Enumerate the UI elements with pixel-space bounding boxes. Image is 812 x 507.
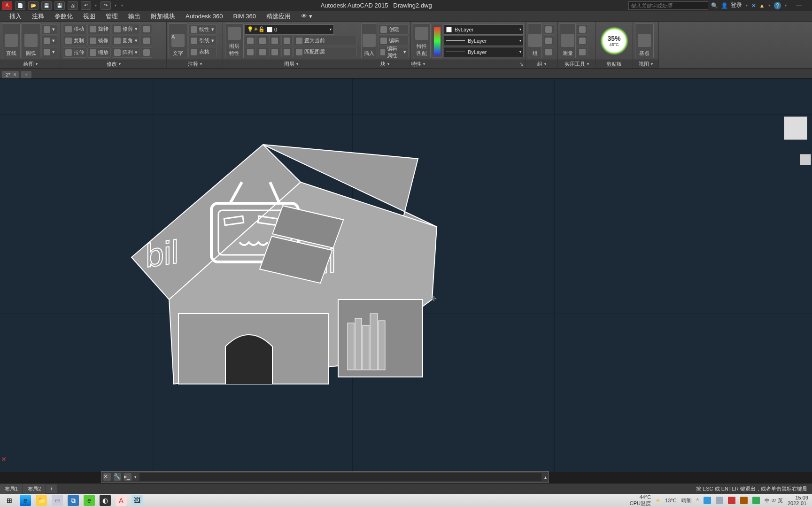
layer-on-button[interactable] [269, 47, 280, 57]
search-icon[interactable]: 🔍 [711, 2, 718, 9]
layer-off-button[interactable] [269, 36, 280, 46]
performance-dial[interactable]: 35% 45°C [600, 27, 628, 55]
stretch-button[interactable]: 拉伸 [63, 47, 86, 58]
doc-tab[interactable]: 2*✕ [2, 71, 19, 78]
measure-button[interactable]: 测量 [560, 23, 576, 58]
store-icon[interactable]: ⧉ [68, 495, 79, 506]
tab-manage[interactable]: 管理 [101, 11, 123, 22]
panel-title-clip[interactable]: 剪贴板 [595, 60, 633, 68]
command-input[interactable] [139, 473, 541, 481]
linetype-combo[interactable]: ByLayer▾ [444, 47, 524, 57]
chevron-up-icon[interactable]: ^ [696, 498, 699, 503]
color-combo[interactable]: ByLayer▾ [444, 24, 524, 35]
a360-icon[interactable]: ▲ [759, 2, 765, 9]
array-button[interactable]: 阵列▾ [112, 47, 140, 58]
group-button[interactable]: 组 [528, 23, 542, 58]
minimize-icon[interactable]: — [790, 2, 807, 9]
panel-title-group[interactable]: 组▾ [526, 60, 557, 68]
basepoint-button[interactable]: 基点 [635, 23, 654, 58]
rect-button[interactable]: ▾ [41, 24, 57, 35]
new-layout-tab[interactable]: + [46, 484, 57, 493]
panel-title-annot[interactable]: 注释▾ [167, 60, 223, 68]
dim-linear-button[interactable]: 线性▾ [188, 24, 217, 35]
login-label[interactable]: 登录 [731, 1, 742, 9]
create-block-button[interactable]: 创建 [378, 24, 409, 35]
tray-icon-4[interactable] [740, 497, 748, 504]
trim-button[interactable]: 修剪▾ [112, 24, 140, 34]
group-edit-button[interactable] [543, 36, 554, 46]
edit-attr-button[interactable]: 编辑属性▾ [378, 47, 409, 57]
layout-tab-1[interactable]: 布局1 [0, 484, 23, 494]
save-icon[interactable]: 💾 [41, 1, 52, 10]
new-icon[interactable]: 📄 [15, 1, 25, 10]
erase-button[interactable] [141, 24, 152, 34]
view-cube[interactable] [784, 116, 807, 140]
tab-output[interactable]: 输出 [124, 11, 145, 22]
panel-title-modify[interactable]: 修改▾ [61, 60, 166, 68]
table-button[interactable]: 表格 [188, 47, 217, 57]
exchange-icon[interactable]: ✕ [751, 2, 756, 9]
layer-iso-button[interactable] [245, 36, 256, 46]
tab-bim360[interactable]: BIM 360 [229, 11, 261, 21]
undo-icon[interactable]: ↶ [81, 1, 91, 10]
autocad-taskbar-icon[interactable]: A [116, 495, 127, 506]
mirror-button[interactable]: 镜像 [87, 36, 111, 46]
plot-icon[interactable]: 🖨 [68, 1, 78, 10]
customize-cmdline-icon[interactable]: 🔧 [114, 473, 121, 481]
layout-tab-2[interactable]: 布局2 [23, 484, 46, 494]
weather-icon[interactable]: ☀ [656, 498, 660, 504]
tab-insert[interactable]: 插入 [5, 11, 26, 22]
panel-title-draw[interactable]: 绘图▾ [0, 60, 61, 68]
tray-icon-3[interactable] [728, 497, 735, 504]
undo-dropdown[interactable]: ▾ [94, 3, 98, 8]
help-icon[interactable]: ? [774, 2, 781, 9]
make-current-button[interactable]: 置为当前 [294, 36, 357, 46]
leader-button[interactable]: 引线▾ [188, 36, 217, 46]
lineweight-combo[interactable]: ByLayer▾ [444, 36, 524, 46]
match-layer-button[interactable]: 匹配图层 [294, 47, 357, 57]
qat-customize[interactable]: ▾ [120, 3, 124, 8]
saveas-icon[interactable]: 💾 [54, 1, 65, 10]
explorer-icon[interactable]: 📁 [36, 495, 47, 506]
edge-icon[interactable]: e [20, 495, 31, 506]
drawing-canvas[interactable]: bil bil ✢ ⨯ [0, 79, 812, 472]
cmd-history-icon[interactable]: ▴ [544, 475, 547, 480]
app-icon-3[interactable]: 🖼 [131, 495, 143, 506]
rotate-button[interactable]: 旋转 [87, 24, 111, 34]
close-cmdline-icon[interactable]: ✕ [103, 473, 111, 481]
layer-thaw-button[interactable] [257, 47, 268, 57]
user-icon[interactable]: 👤 [721, 2, 728, 9]
redo-dropdown[interactable]: ▾ [114, 3, 117, 8]
tab-a360[interactable]: Autodesk 360 [181, 11, 228, 21]
clock[interactable]: 15:09 2022-01- [788, 495, 808, 506]
util-btn1[interactable] [577, 24, 588, 35]
panel-title-layers[interactable]: 图层▾ [223, 60, 359, 68]
explode-button[interactable] [141, 36, 152, 46]
line-button[interactable]: 直线 [2, 23, 21, 58]
new-doc-tab[interactable]: + [21, 71, 31, 78]
redo-icon[interactable]: ↷ [101, 1, 111, 10]
tab-extra-icon[interactable]: 👁 ▾ [296, 11, 317, 21]
login-dropdown[interactable]: ▾ [745, 3, 749, 8]
group-sel-button[interactable] [543, 47, 554, 57]
util-btn2[interactable] [577, 36, 588, 46]
tab-annotate[interactable]: 注释 [27, 11, 49, 22]
tab-parametric[interactable]: 参数化 [50, 11, 77, 22]
insert-block-button[interactable]: 插入 [361, 23, 377, 58]
ungroup-button[interactable] [543, 24, 554, 35]
util-btn3[interactable] [577, 47, 588, 57]
search-input[interactable] [628, 1, 708, 10]
app-menu-icon[interactable]: A [2, 1, 12, 10]
layer-unlock-button[interactable] [281, 47, 293, 57]
tab-addons[interactable]: 附加模块 [146, 11, 180, 22]
layer-uniso-button[interactable] [245, 47, 256, 57]
command-line[interactable]: ✕ 🔧 ▸_ ▾ ▴ [101, 471, 549, 483]
layer-props-button[interactable]: 图层 特性 [225, 23, 244, 58]
color-picker-icon[interactable] [432, 24, 443, 58]
browser-icon[interactable]: e [84, 495, 95, 506]
open-icon[interactable]: 📂 [28, 1, 39, 10]
ime-indicator[interactable]: 中 🝃 英 [765, 497, 783, 504]
tab-featured[interactable]: 精选应用 [262, 11, 295, 22]
move-button[interactable]: 移动 [63, 24, 86, 34]
offset-button[interactable] [141, 47, 152, 58]
